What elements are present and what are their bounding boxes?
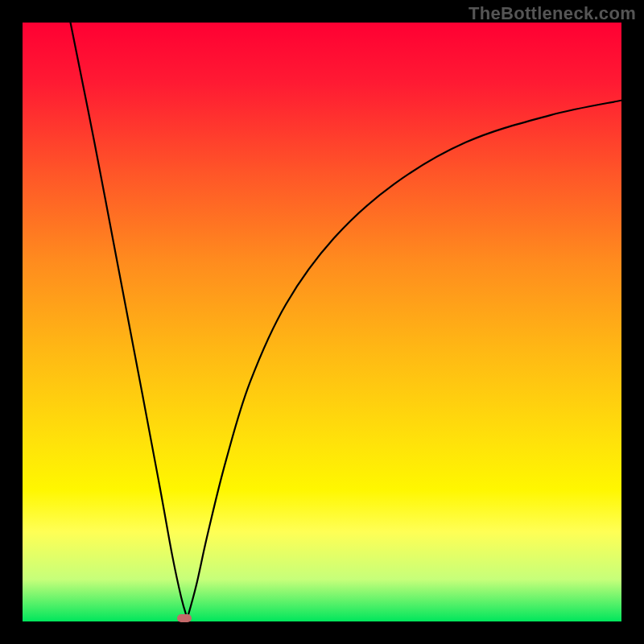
watermark-text: TheBottleneck.com (469, 3, 636, 24)
chart-plot-area (23, 23, 621, 621)
minimum-marker (177, 614, 192, 622)
bottleneck-curve (23, 23, 621, 621)
